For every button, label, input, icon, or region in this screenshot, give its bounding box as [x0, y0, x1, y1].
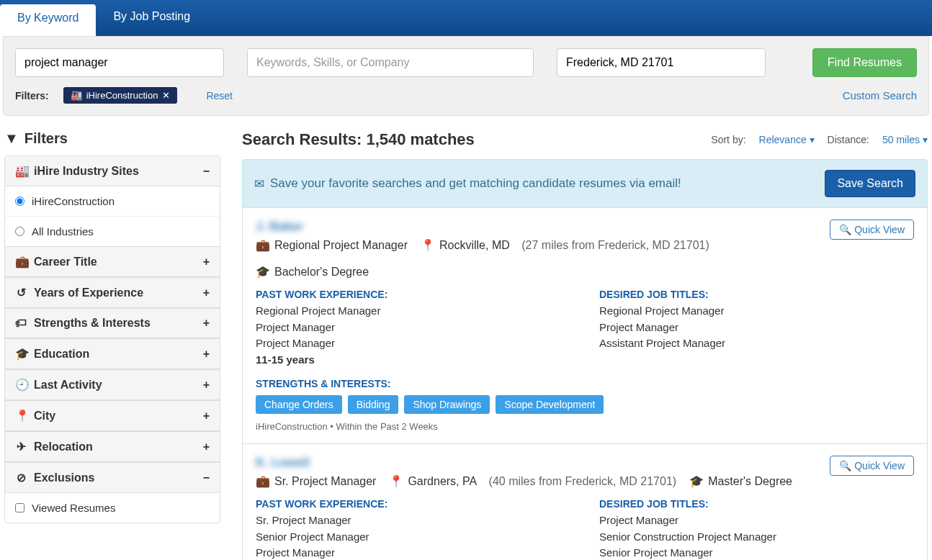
- industry-icon: 🏭: [15, 164, 27, 178]
- ban-icon: ⊘: [15, 471, 27, 484]
- desired-title-item: Senior Project Manager: [599, 545, 914, 560]
- save-search-banner: ✉ Save your favorite searches and get ma…: [242, 159, 928, 208]
- desired-title-item: Assistant Project Manager: [599, 335, 914, 352]
- results-content: Search Results: 1,540 matches Sort by: R…: [242, 130, 928, 560]
- candidate-title: 💼 Sr. Project Manager: [256, 474, 376, 488]
- years-experience: 11-15 years: [256, 352, 570, 369]
- strengths-label: STRENGTHS & INTERESTS:: [256, 378, 914, 389]
- desired-title-item: Senior Construction Project Manager: [599, 529, 914, 546]
- past-exp-item: Senior Project Manager: [256, 529, 570, 546]
- filter-funnel-icon: ▼: [4, 130, 19, 147]
- expand-icon: +: [203, 441, 210, 453]
- expand-icon: +: [203, 256, 210, 268]
- desired-title-item: Regional Project Manager: [599, 303, 914, 320]
- filters-heading: ▼ Filters: [4, 130, 220, 147]
- save-search-button[interactable]: Save Search: [825, 170, 915, 197]
- find-resumes-button[interactable]: Find Resumes: [812, 48, 917, 77]
- result-card: 🔍 Quick View K. Lowell 💼 Sr. Project Man…: [242, 444, 928, 560]
- briefcase-icon: 💼: [256, 474, 270, 488]
- filters-sidebar: ▼ Filters 🏭iHire Industry Sites − iHireC…: [4, 130, 220, 560]
- past-exp-item: Regional Project Manager: [256, 303, 570, 320]
- custom-search-link[interactable]: Custom Search: [843, 89, 917, 101]
- candidate-name-link[interactable]: K. Lowell: [256, 456, 310, 470]
- filters-label: Filters:: [15, 90, 49, 101]
- past-exp-item: Sr. Project Manager: [256, 512, 570, 529]
- filters-panel: 🏭iHire Industry Sites − iHireConstructio…: [4, 155, 220, 523]
- expand-icon: +: [203, 379, 210, 392]
- collapse-icon: −: [203, 165, 210, 178]
- reset-filters-link[interactable]: Reset: [206, 90, 233, 101]
- search-plus-icon: 🔍: [839, 460, 851, 471]
- industry-sites-header[interactable]: 🏭iHire Industry Sites −: [5, 156, 220, 186]
- past-exp-label: PAST WORK EXPERIENCE:: [256, 498, 570, 510]
- sort-by-dropdown[interactable]: Relevance ▾: [759, 134, 815, 145]
- search-plus-icon: 🔍: [839, 224, 851, 235]
- expand-icon: +: [203, 286, 210, 299]
- strength-tag[interactable]: Bidding: [348, 395, 399, 414]
- plane-icon: ✈: [15, 440, 27, 453]
- desired-title-item: Project Manager: [599, 320, 914, 336]
- distance-label: Distance:: [828, 134, 869, 145]
- exclusions-header[interactable]: ⊘Exclusions −: [5, 462, 220, 493]
- result-footer-meta: iHireConstruction • Within the Past 2 We…: [256, 421, 914, 432]
- expand-icon: +: [203, 348, 210, 361]
- past-exp-item: Project Manager: [256, 545, 570, 560]
- desired-title-item: Project Manager: [599, 512, 914, 529]
- banner-text: Save your favorite searches and get matc…: [270, 176, 681, 191]
- map-pin-icon: 📍: [421, 238, 435, 252]
- candidate-degree: 🎓 Bachelor's Degree: [256, 265, 369, 279]
- graduation-cap-icon: 🎓: [15, 347, 27, 361]
- distance-dropdown[interactable]: 50 miles ▾: [882, 134, 928, 145]
- quick-view-button[interactable]: 🔍 Quick View: [830, 456, 914, 476]
- tab-by-keyword[interactable]: By Keyword: [0, 4, 96, 36]
- extra-keywords-input[interactable]: [247, 48, 534, 77]
- education-header[interactable]: 🎓Education +: [5, 338, 220, 369]
- candidate-degree: 🎓 Master's Degree: [689, 474, 792, 488]
- graduation-cap-icon: 🎓: [256, 265, 270, 279]
- history-icon: ↺: [15, 286, 27, 299]
- desired-titles-label: DESIRED JOB TITLES:: [599, 289, 914, 300]
- industry-option-construction[interactable]: iHireConstruction: [5, 186, 220, 217]
- strength-tag[interactable]: Scope Development: [496, 395, 604, 414]
- results-title: Search Results: 1,540 matches: [242, 130, 475, 149]
- chevron-down-icon: ▾: [923, 134, 928, 145]
- desired-titles-label: DESIRED JOB TITLES:: [599, 498, 914, 510]
- envelope-icon: ✉: [254, 176, 264, 191]
- expand-icon: +: [203, 317, 210, 330]
- location-input[interactable]: [557, 48, 766, 77]
- chevron-down-icon: ▾: [810, 134, 815, 145]
- briefcase-icon: 💼: [256, 238, 270, 252]
- remove-filter-icon[interactable]: ✕: [162, 90, 170, 101]
- career-title-header[interactable]: 💼Career Title +: [5, 246, 220, 277]
- filter-tag-text: iHireConstruction: [86, 90, 158, 101]
- city-header[interactable]: 📍City +: [5, 400, 220, 431]
- viewed-resumes-checkbox[interactable]: Viewed Resumes: [5, 493, 220, 523]
- candidate-title: 💼 Regional Project Manager: [256, 238, 408, 252]
- industry-option-all[interactable]: All Industries: [5, 217, 220, 246]
- result-card: 🔍 Quick View J. Baker 💼 Regional Project…: [242, 208, 928, 444]
- relocation-header[interactable]: ✈Relocation +: [5, 431, 220, 462]
- past-exp-item: Project Manager: [256, 320, 570, 336]
- tag-icon: 🏷: [15, 317, 27, 330]
- map-pin-icon: 📍: [389, 474, 403, 488]
- years-experience-header[interactable]: ↺Years of Experience +: [5, 277, 220, 308]
- keyword-input[interactable]: [15, 48, 224, 77]
- tab-by-posting[interactable]: By Job Posting: [96, 0, 207, 36]
- candidate-name-link[interactable]: J. Baker: [256, 220, 303, 234]
- strength-tag[interactable]: Change Orders: [256, 395, 342, 414]
- quick-view-button[interactable]: 🔍 Quick View: [830, 220, 914, 240]
- graduation-cap-icon: 🎓: [689, 474, 704, 488]
- last-activity-header[interactable]: 🕘Last Activity +: [5, 369, 220, 400]
- strengths-header[interactable]: 🏷Strengths & Interests +: [5, 308, 220, 338]
- top-tab-bar: By Keyword By Job Posting: [0, 0, 932, 36]
- candidate-location: 📍 Rockville, MD (27 miles from Frederick…: [421, 238, 709, 252]
- industry-icon: 🏭: [71, 90, 82, 101]
- search-area: Find Resumes Filters: 🏭 iHireConstructio…: [3, 36, 929, 116]
- strength-tag[interactable]: Shop Drawings: [404, 395, 490, 414]
- past-exp-label: PAST WORK EXPERIENCE:: [256, 289, 570, 300]
- expand-icon: +: [203, 410, 210, 423]
- active-filter-tag[interactable]: 🏭 iHireConstruction ✕: [63, 87, 178, 104]
- map-pin-icon: 📍: [15, 409, 27, 423]
- sort-by-label: Sort by:: [711, 134, 745, 145]
- past-exp-item: Project Manager: [256, 335, 570, 352]
